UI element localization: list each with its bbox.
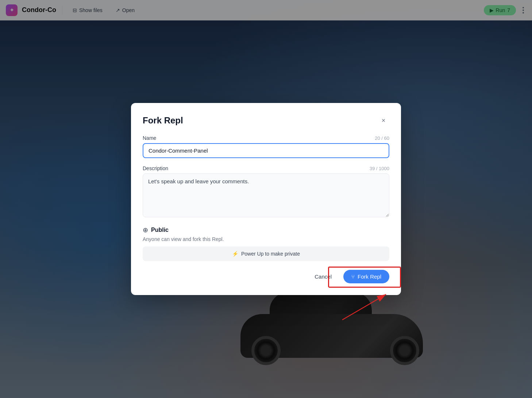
- cancel-button[interactable]: Cancel: [307, 270, 339, 283]
- visibility-description: Anyone can view and fork this Repl.: [143, 236, 389, 242]
- lightning-icon: ⚡: [232, 251, 238, 257]
- globe-icon: ⊕: [143, 226, 148, 234]
- name-count: 20 / 60: [375, 135, 389, 141]
- fork-repl-button[interactable]: ⑂ Fork Repl: [343, 270, 389, 283]
- desc-label: Description: [143, 165, 168, 171]
- name-label: Name: [143, 135, 156, 141]
- desc-field-header: Description 39 / 1000: [143, 165, 389, 171]
- power-up-label: Power Up to make private: [241, 251, 300, 257]
- modal-title: Fork Repl: [143, 115, 183, 126]
- desc-count: 39 / 1000: [370, 166, 389, 171]
- visibility-label: Public: [151, 227, 169, 233]
- modal-overlay: Fork Repl × Name 20 / 60 Description 39 …: [0, 0, 532, 398]
- fork-repl-label: Fork Repl: [358, 273, 381, 280]
- visibility-row: ⊕ Public: [143, 226, 389, 234]
- modal-header: Fork Repl ×: [143, 115, 389, 126]
- modal-close-button[interactable]: ×: [378, 115, 389, 126]
- fork-repl-modal: Fork Repl × Name 20 / 60 Description 39 …: [131, 103, 401, 295]
- name-field-header: Name 20 / 60: [143, 135, 389, 141]
- fork-icon: ⑂: [351, 273, 355, 280]
- name-input[interactable]: [143, 143, 389, 158]
- modal-footer: Cancel ⑂ Fork Repl: [143, 270, 389, 283]
- power-up-button[interactable]: ⚡ Power Up to make private: [143, 246, 389, 261]
- description-textarea[interactable]: [143, 173, 389, 217]
